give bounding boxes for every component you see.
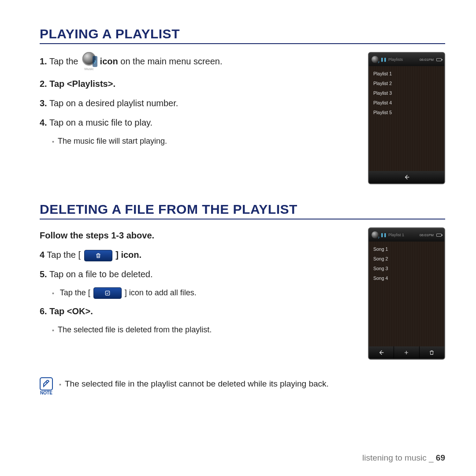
device1-statusbar: ❚❚ Playlists 06:01PM bbox=[369, 53, 444, 66]
sub5-text-b: ] icon to add all files. bbox=[125, 288, 197, 297]
trash-button[interactable] bbox=[419, 346, 444, 359]
list-item[interactable]: Song 3 bbox=[373, 264, 440, 273]
step-2-text: Tap <Playlists>. bbox=[47, 79, 115, 89]
note-row: NOTE The selected file in the playlist c… bbox=[40, 377, 445, 395]
device1-time: 06:01PM bbox=[420, 58, 434, 62]
section-playing-row: 1. Tap the Music icon on the main menu s… bbox=[40, 52, 445, 184]
del-step-6-sub: The selected file is deleted from the pl… bbox=[52, 323, 355, 337]
instructions-playing: 1. Tap the Music icon on the main menu s… bbox=[40, 52, 355, 184]
del-step-6-text: Tap <OK>. bbox=[47, 306, 93, 316]
device-mock-playlists: ❚❚ Playlists 06:01PM Playlist 1 Playlist… bbox=[368, 52, 445, 184]
section-title-playing: PLAYING A PLAYLIST bbox=[40, 26, 445, 44]
battery-icon bbox=[436, 58, 442, 61]
intro-step: Follow the steps 1-3 above. bbox=[40, 227, 355, 243]
step-4-num: 4. bbox=[40, 118, 47, 127]
instructions-deleting: Follow the steps 1-3 above. 4 Tap the [ … bbox=[40, 227, 355, 360]
device2-list: Song 1 Song 2 Song 3 Song 4 bbox=[369, 242, 444, 346]
section-title-deleting: DELETING A FILE FROM THE PLAYLIST bbox=[40, 202, 445, 219]
music-mini-icon bbox=[372, 231, 379, 238]
step-2-num: 2. bbox=[40, 79, 47, 89]
list-item[interactable]: Song 2 bbox=[373, 254, 440, 264]
step-3: 3. Tap on a desired playlist number. bbox=[40, 95, 355, 111]
note-text: The selected file in the playlist cannot… bbox=[59, 379, 329, 389]
list-item[interactable]: Song 1 bbox=[373, 244, 440, 254]
trash-button-icon bbox=[84, 250, 112, 261]
music-app-icon: Music bbox=[82, 52, 96, 72]
del-step-6-num: 6. bbox=[40, 306, 47, 316]
step-1-text-a: Tap the bbox=[47, 56, 81, 66]
step-2: 2. Tap <Playlists>. bbox=[40, 76, 355, 92]
list-item[interactable]: Song 4 bbox=[373, 273, 440, 283]
device1-crumb: Playlists bbox=[388, 57, 403, 62]
step-1-num: 1. bbox=[40, 56, 47, 66]
step-1-text-b: icon bbox=[100, 56, 118, 66]
step-4: 4. Tap on a music file to play. bbox=[40, 115, 355, 130]
music-icon-label: Music bbox=[85, 66, 94, 72]
step-4-sub: The music file will start playing. bbox=[52, 134, 355, 148]
pause-icon: ❚❚ bbox=[380, 57, 387, 62]
del-step-5: 5. Tap on a file to be deleted. bbox=[40, 266, 355, 282]
pause-icon: ❚❚ bbox=[380, 233, 387, 237]
step-4-text: Tap on a music file to play. bbox=[47, 118, 152, 127]
page-footer: listening to music _ 69 bbox=[362, 453, 445, 463]
section-deleting-row: Follow the steps 1-3 above. 4 Tap the [ … bbox=[40, 227, 445, 360]
del-step-4-num: 4 bbox=[40, 250, 45, 260]
device1-navbar bbox=[369, 171, 444, 183]
device1-list: Playlist 1 Playlist 2 Playlist 3 Playlis… bbox=[369, 66, 444, 171]
music-mini-icon bbox=[372, 56, 379, 63]
add-button[interactable] bbox=[394, 346, 419, 359]
step-3-num: 3. bbox=[40, 98, 47, 108]
del-step-4-text-a: Tap the [ bbox=[45, 250, 83, 260]
list-item[interactable]: Playlist 3 bbox=[373, 88, 440, 98]
del-step-4-text-b: ] icon. bbox=[115, 250, 141, 260]
page-number: 69 bbox=[436, 453, 445, 462]
battery-icon bbox=[436, 234, 442, 237]
music-icon bbox=[82, 52, 96, 65]
note-badge: NOTE bbox=[40, 377, 53, 395]
sub5-text-a: Tap the [ bbox=[60, 288, 93, 297]
back-button[interactable] bbox=[369, 346, 394, 359]
step-1-text-c: on the main menu screen. bbox=[118, 56, 223, 66]
footer-section: listening to music _ bbox=[362, 453, 436, 462]
back-button[interactable] bbox=[369, 171, 444, 183]
svg-rect-0 bbox=[105, 291, 109, 295]
del-step-5-sub: Tap the [ ] icon to add all files. bbox=[52, 286, 355, 300]
device-mock-songs: ❚❚ Playlist 1 06:01PM Song 1 Song 2 Song… bbox=[368, 227, 445, 360]
note-icon bbox=[40, 377, 53, 390]
del-step-5-num: 5. bbox=[40, 269, 47, 279]
device2-navbar bbox=[369, 346, 444, 359]
list-item[interactable]: Playlist 1 bbox=[373, 69, 440, 78]
select-all-button-icon bbox=[93, 287, 122, 299]
list-item[interactable]: Playlist 2 bbox=[373, 78, 440, 88]
device2-statusbar: ❚❚ Playlist 1 06:01PM bbox=[369, 228, 444, 242]
del-step-4: 4 Tap the [ ] icon. bbox=[40, 247, 355, 263]
list-item[interactable]: Playlist 5 bbox=[373, 108, 440, 117]
step-1: 1. Tap the Music icon on the main menu s… bbox=[40, 52, 355, 72]
del-step-6: 6. Tap <OK>. bbox=[40, 303, 355, 319]
list-item[interactable]: Playlist 4 bbox=[373, 98, 440, 108]
del-step-5-text: Tap on a file to be deleted. bbox=[47, 269, 153, 279]
step-3-text: Tap on a desired playlist number. bbox=[47, 98, 178, 108]
device2-crumb: Playlist 1 bbox=[388, 233, 404, 237]
note-label: NOTE bbox=[40, 390, 52, 395]
device2-time: 06:01PM bbox=[420, 233, 434, 237]
